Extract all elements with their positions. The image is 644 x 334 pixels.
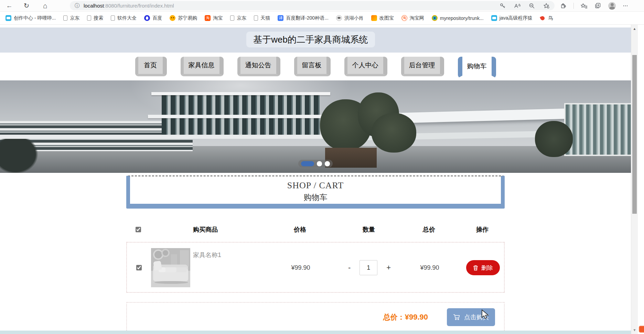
profile-avatar[interactable] — [608, 2, 616, 10]
bookmark-label: 京东 — [70, 15, 79, 21]
cart-rows-container: 家具名称1 ¥99.90 - + ¥99.90 删除 — [126, 242, 505, 293]
add-favorite-icon[interactable] — [543, 3, 550, 9]
settings-menu-icon[interactable] — [623, 3, 628, 9]
favorites-icon[interactable] — [581, 3, 588, 9]
bookmark-item-3[interactable]: 软件大全 — [111, 15, 137, 21]
bookmark-item-5[interactable]: 苏宁易购 — [170, 15, 197, 21]
bookmark-label: 鸟 — [548, 15, 553, 21]
home-icon[interactable]: ⌂ — [41, 1, 50, 10]
cart-icon — [453, 314, 461, 321]
bookmark-label: 天猫 — [260, 15, 270, 21]
bird-icon — [540, 15, 546, 21]
product-price: ¥99.90 — [261, 264, 340, 271]
bookmark-label: myrepository/trunk... — [440, 15, 484, 21]
carousel-dot-2[interactable] — [325, 161, 330, 166]
total-price-text: 总价：¥99.90 — [383, 312, 428, 322]
bookmark-item-7[interactable]: 京东 — [230, 15, 246, 21]
product-image[interactable] — [151, 248, 190, 287]
eagle-icon — [336, 15, 342, 21]
bookmark-label: 改图宝 — [379, 15, 394, 21]
bookmark-item-12[interactable]: 淘宝网 — [401, 15, 424, 21]
bookmark-item-1[interactable]: 京东 — [63, 15, 79, 21]
row-total: ¥99.90 — [399, 264, 461, 271]
row-checkbox[interactable] — [136, 265, 142, 270]
bookmark-item-15[interactable]: 鸟 — [540, 15, 553, 21]
select-all-checkbox[interactable] — [136, 227, 141, 232]
browser-toolbar: ← ↻ ⌂ ⓘ localhost:8080/furniture/front/i… — [0, 0, 644, 12]
carousel-dot-0[interactable] — [301, 161, 314, 166]
page-icon — [254, 15, 258, 21]
vertical-scrollbar: ▲ ▼ — [631, 25, 638, 334]
main-nav: 首页家具信息通知公告留言板个人中心后台管理购物车 — [0, 57, 631, 79]
collections-icon[interactable] — [594, 2, 601, 9]
floating-widget-icon[interactable] — [639, 326, 644, 333]
bookmarks-bar: 创作中心 - 哔哩哔...京东搜索软件大全百度苏宁易购淘宝京东天猫百度翻译-20… — [0, 12, 644, 25]
scrollbar-thumb[interactable] — [632, 55, 637, 214]
bookmark-item-6[interactable]: 淘宝 — [205, 15, 223, 21]
col-product: 购买商品 — [150, 225, 260, 234]
bookmark-label: 百度翻译-200种语... — [286, 15, 329, 21]
page-icon — [111, 15, 115, 21]
scroll-up-arrow[interactable]: ▲ — [631, 27, 638, 31]
hero-shape — [0, 135, 344, 139]
checkout-label: 点击购买 — [464, 313, 489, 321]
nav-item-0[interactable]: 首页 — [135, 57, 167, 76]
delete-label: 删除 — [481, 264, 493, 272]
refresh-icon[interactable]: ↻ — [22, 1, 31, 10]
bookmark-label: 搜索 — [94, 15, 103, 21]
svn-rainbow-icon — [432, 15, 438, 21]
zoom-out-icon[interactable] — [529, 3, 535, 9]
bookmark-item-14[interactable]: java高级程序猿 — [491, 15, 533, 21]
toolbar-divider — [573, 3, 574, 9]
address-bar[interactable]: ⓘ localhost:8080/furniture/front/index.h… — [70, 1, 555, 10]
bookmark-item-4[interactable]: 百度 — [144, 15, 162, 21]
password-key-icon[interactable] — [500, 3, 506, 9]
delete-button[interactable]: 删除 — [466, 260, 500, 275]
cart-heading-box: SHOP / CART 购物车 — [126, 176, 505, 209]
nav-item-2[interactable]: 通知公告 — [237, 57, 280, 76]
qty-minus-button[interactable]: - — [347, 264, 351, 271]
site-info-icon[interactable]: ⓘ — [75, 3, 79, 9]
nav-item-6[interactable]: 购物车 — [458, 57, 496, 78]
page-icon — [87, 15, 91, 21]
bookmark-item-0[interactable]: 创作中心 - 哔哩哔... — [6, 15, 56, 21]
qty-input[interactable] — [359, 260, 377, 275]
bookmark-item-10[interactable]: 洪湖小肖 — [336, 15, 364, 21]
back-icon[interactable]: ← — [5, 1, 14, 10]
nav-item-4[interactable]: 个人中心 — [344, 57, 387, 76]
bilibili-tv-icon — [491, 15, 497, 21]
taobao-icon — [205, 15, 211, 21]
baidu-paw-icon — [144, 15, 150, 21]
bilibili-tv-icon — [6, 15, 11, 21]
bookmark-item-13[interactable]: myrepository/trunk... — [432, 15, 484, 21]
nav-item-3[interactable]: 留言板 — [294, 57, 331, 76]
bookmark-item-8[interactable]: 天猫 — [254, 15, 270, 21]
qty-plus-button[interactable]: + — [386, 264, 391, 271]
bookmark-item-11[interactable]: 改图宝 — [371, 15, 394, 21]
bookmark-label: java高级程序猿 — [500, 15, 533, 21]
hero-shape — [535, 121, 573, 157]
bookmark-label: 软件大全 — [117, 15, 137, 21]
col-total: 总价 — [398, 225, 460, 234]
thumb-decor — [154, 281, 188, 284]
checkout-button[interactable]: 点击购买 — [447, 308, 495, 326]
bookmark-label: 创作中心 - 哔哩哔... — [14, 15, 56, 21]
bookmark-label: 洪湖小肖 — [344, 15, 364, 21]
bookmark-item-2[interactable]: 搜索 — [87, 15, 103, 21]
bookmark-item-9[interactable]: 百度翻译-200种语... — [278, 15, 329, 21]
nav-item-1[interactable]: 家具信息 — [181, 57, 224, 76]
browser-window: ← ↻ ⌂ ⓘ localhost:8080/furniture/front/i… — [0, 0, 644, 334]
gaitubao-icon — [371, 15, 377, 21]
carousel-dot-1[interactable] — [317, 161, 322, 166]
scroll-down-arrow[interactable]: ▼ — [631, 328, 638, 332]
nav-item-5[interactable]: 后台管理 — [401, 57, 444, 76]
read-aloud-icon[interactable] — [514, 3, 520, 9]
bookmark-label: 淘宝 — [213, 15, 223, 21]
bookmark-label: 百度 — [152, 15, 162, 21]
page-bottom-bar — [0, 331, 631, 334]
cart-heading-en: SHOP / CART — [130, 180, 501, 191]
col-price: 价格 — [260, 225, 340, 234]
extensions-icon[interactable] — [560, 2, 567, 9]
hero-tree — [372, 113, 416, 153]
taobao-round-icon — [401, 15, 407, 21]
